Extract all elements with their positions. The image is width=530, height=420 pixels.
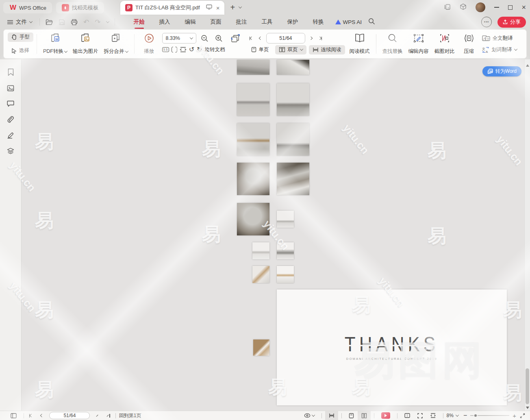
redo-icon[interactable]: ↷ <box>95 19 100 26</box>
zoom-out-icon[interactable] <box>199 35 211 42</box>
tab-docer-templates[interactable]: 找稻壳模板 <box>56 2 104 13</box>
page-thumbnail[interactable] <box>252 242 269 259</box>
select-tool-button[interactable]: 选择 <box>8 46 33 55</box>
tab-document-active[interactable]: P TIT 白ZS-LAB 商业空间.pdf × <box>120 1 224 15</box>
page-thumbnail[interactable] <box>237 163 269 195</box>
thumbnail-panel-icon[interactable] <box>7 85 14 91</box>
document-canvas[interactable]: THANKS DOMANI ARCHITECTURAL CONCEPT 2019… <box>22 59 524 411</box>
minimize-button[interactable] <box>494 7 499 8</box>
page-thumbnail[interactable] <box>277 211 294 228</box>
page-thumbnail[interactable] <box>237 83 269 116</box>
rotate-doc-label[interactable]: 旋转文档 <box>204 46 225 53</box>
menu-item-protect[interactable]: 保护 <box>280 16 306 28</box>
fit-width-icon[interactable] <box>180 47 187 52</box>
bookmark-icon[interactable] <box>7 68 14 76</box>
fit-width-toggle-icon[interactable] <box>426 411 440 420</box>
zoom-chevron-icon[interactable] <box>456 413 459 416</box>
zoom-in-button[interactable]: + <box>513 412 516 419</box>
export-image-button[interactable]: 输出为图片 <box>70 32 101 56</box>
full-translate-button[interactable]: A文 全文翻译 <box>482 33 517 44</box>
present-to-screen-icon[interactable] <box>206 4 212 11</box>
attachment-icon[interactable] <box>7 116 14 123</box>
file-menu[interactable]: 文件 <box>4 18 35 26</box>
thanks-page[interactable]: THANKS DOMANI ARCHITECTURAL CONCEPT 2019 <box>277 289 507 405</box>
next-page-icon[interactable] <box>308 37 314 39</box>
page-number-input[interactable]: 51/64 <box>266 33 305 44</box>
previous-page-icon[interactable] <box>257 37 264 39</box>
play-button[interactable]: 播放 <box>138 32 161 56</box>
compress-button[interactable]: 压缩 <box>458 32 480 56</box>
page-thumbnail[interactable] <box>277 60 309 75</box>
previous-page-icon[interactable] <box>39 414 45 417</box>
last-page-icon[interactable] <box>317 37 324 40</box>
page-thumbnail[interactable] <box>237 123 269 156</box>
last-page-icon[interactable] <box>104 414 112 418</box>
page-thumbnail[interactable] <box>253 339 269 356</box>
menu-item-page[interactable]: 页面 <box>203 16 229 28</box>
layers-icon[interactable] <box>7 148 14 155</box>
print-icon[interactable] <box>71 19 78 25</box>
edit-content-button[interactable]: 编辑内容 <box>406 32 432 56</box>
search-icon[interactable] <box>368 18 375 26</box>
zoom-out-button[interactable]: − <box>463 412 467 419</box>
fit-page-icon[interactable] <box>172 47 177 52</box>
menu-item-tools[interactable]: 工具 <box>254 16 280 28</box>
status-page-input[interactable]: 51/64 <box>49 412 90 419</box>
continuous-read-button[interactable]: 连续阅读 <box>309 45 345 54</box>
comment-icon[interactable] <box>7 100 14 107</box>
first-page-icon[interactable] <box>27 414 35 418</box>
rotate-right-icon[interactable]: ↻ <box>197 46 202 53</box>
open-file-icon[interactable] <box>46 19 53 25</box>
page-thumbnail[interactable] <box>237 60 269 75</box>
maximize-button[interactable] <box>508 5 513 10</box>
double-page-button[interactable]: 双页 <box>275 45 306 54</box>
page-thumbnail[interactable] <box>277 266 294 283</box>
scrollbar-thumb[interactable] <box>526 368 529 404</box>
new-tab-button[interactable]: + <box>230 3 235 12</box>
fit-page-toggle-icon[interactable] <box>414 411 426 420</box>
single-page-button[interactable]: 单页 <box>248 45 273 54</box>
cloud-status-icon[interactable]: ••• <box>481 17 492 27</box>
close-tab-icon[interactable]: × <box>216 4 220 11</box>
back-to-first-page-button[interactable]: 回到第1页 <box>119 412 141 419</box>
screenshot-compare-button[interactable]: 截图对比 <box>432 32 458 56</box>
undo-icon[interactable]: ↶ <box>83 19 89 26</box>
fullscreen-icon[interactable] <box>516 411 526 420</box>
wps-ai-button[interactable]: WPS AI <box>331 19 366 25</box>
page-thumbnail[interactable] <box>277 163 309 195</box>
tab-list-chevron-icon[interactable] <box>239 5 242 8</box>
signature-pen-icon[interactable] <box>7 132 14 139</box>
slideshow-play-button[interactable] <box>378 411 394 420</box>
menu-item-edit[interactable]: 编辑 <box>178 16 203 28</box>
share-button[interactable]: 分享 <box>497 17 526 28</box>
actual-size-icon[interactable]: 1:1 <box>162 47 169 52</box>
quick-access-chevron-icon[interactable] <box>106 20 109 23</box>
page-thumbnail[interactable] <box>277 83 309 116</box>
panel-toggle-icon[interactable] <box>4 411 20 420</box>
rotate-left-icon[interactable]: ↺ <box>189 46 194 53</box>
first-page-icon[interactable] <box>248 37 255 40</box>
page-thumbnail[interactable] <box>277 242 294 259</box>
word-translate-button[interactable]: 文A 划词翻译 <box>482 44 517 55</box>
continuous-read-toggle-icon[interactable] <box>325 411 338 420</box>
menu-item-insert[interactable]: 插入 <box>152 16 178 28</box>
close-window-button[interactable]: × <box>521 3 526 12</box>
page-thumbnail[interactable] <box>252 266 269 283</box>
page-thumbnail[interactable] <box>277 123 309 156</box>
scroll-down-icon[interactable] <box>526 407 529 409</box>
actual-size-toggle-icon[interactable] <box>401 411 414 420</box>
view-options-icon[interactable] <box>300 411 318 420</box>
zoom-in-icon[interactable] <box>213 35 225 42</box>
page-thumbnail[interactable] <box>237 203 269 235</box>
workspace-cube-icon[interactable] <box>460 3 467 11</box>
tab-wps-office[interactable]: W WPS Office <box>3 2 52 13</box>
hand-tool-button[interactable]: 手型 <box>8 33 33 42</box>
single-page-toggle-icon[interactable] <box>345 411 358 420</box>
next-page-icon[interactable] <box>94 416 100 416</box>
find-replace-button[interactable]: 查找替换 <box>380 32 406 56</box>
menu-item-convert[interactable]: 转换 <box>306 16 331 28</box>
rotate-pages-icon[interactable] <box>227 34 244 43</box>
user-avatar[interactable] <box>476 2 485 12</box>
scroll-up-icon[interactable] <box>526 64 529 67</box>
vertical-scrollbar[interactable] <box>524 59 530 411</box>
